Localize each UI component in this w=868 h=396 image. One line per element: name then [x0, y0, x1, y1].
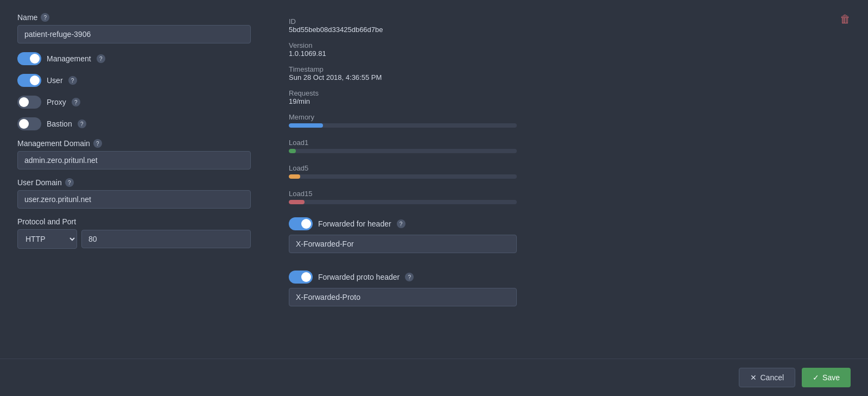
load15-label: Load15	[289, 190, 851, 198]
load15-field: Load15	[289, 185, 851, 209]
management-toggle[interactable]	[17, 52, 41, 65]
id-value: 5bd55beb08d33425db66d7be	[289, 26, 851, 34]
load5-label: Load5	[289, 164, 851, 172]
proxy-toggle-row: Proxy ?	[17, 96, 256, 109]
proxy-label: Proxy	[47, 98, 66, 106]
memory-bar-fill	[289, 123, 323, 128]
delete-icon[interactable]: 🗑	[840, 13, 851, 26]
requests-field: Requests 19/min	[289, 85, 851, 106]
forwarded-proto-section: Forwarded proto header ?	[289, 271, 851, 315]
bastion-help-icon[interactable]: ?	[78, 120, 86, 128]
load1-field: Load1	[289, 134, 851, 158]
forwarded-proto-help-icon[interactable]: ?	[405, 273, 414, 281]
user-help-icon[interactable]: ?	[68, 76, 77, 85]
memory-bar-container	[289, 123, 517, 128]
load1-bar-container	[289, 149, 517, 153]
forwarded-proto-toggle[interactable]	[289, 271, 313, 284]
version-label: Version	[289, 41, 851, 49]
load1-label: Load1	[289, 139, 851, 147]
load1-bar-fill	[289, 149, 296, 153]
management-label: Management	[47, 54, 91, 63]
timestamp-field: Timestamp Sun 28 Oct 2018, 4:36:55 PM	[289, 61, 851, 83]
load5-bar-fill	[289, 174, 300, 179]
name-field-group: Name ?	[17, 13, 256, 43]
user-domain-help-icon[interactable]: ?	[65, 178, 74, 187]
bastion-toggle-row: Bastion ?	[17, 117, 256, 130]
save-check-icon: ✓	[813, 373, 819, 382]
port-input[interactable]	[81, 230, 251, 248]
timestamp-label: Timestamp	[289, 65, 851, 73]
memory-label: Memory	[289, 113, 851, 121]
version-field: Version 1.0.1069.81	[289, 37, 851, 59]
forwarded-for-label: Forwarded for header	[318, 219, 391, 228]
save-label: Save	[822, 373, 840, 382]
user-toggle[interactable]	[17, 74, 41, 87]
proxy-help-icon[interactable]: ?	[72, 98, 80, 106]
management-domain-input[interactable]	[17, 151, 251, 169]
protocol-port-row: HTTP HTTPS	[17, 229, 251, 249]
right-panel: 🗑 ID 5bd55beb08d33425db66d7be Version 1.…	[289, 13, 851, 345]
forwarded-proto-input[interactable]	[289, 288, 517, 306]
name-label: Name ?	[17, 13, 256, 22]
id-label: ID	[289, 17, 851, 26]
protocol-port-field-group: Protocol and Port HTTP HTTPS	[17, 217, 256, 249]
forwarded-proto-label: Forwarded proto header	[318, 273, 400, 281]
load5-field: Load5	[289, 160, 851, 183]
bastion-label: Bastion	[47, 120, 72, 128]
management-domain-field-group: Management Domain ?	[17, 139, 256, 169]
requests-value: 19/min	[289, 97, 851, 105]
memory-field: Memory	[289, 109, 851, 132]
user-domain-input[interactable]	[17, 190, 251, 209]
user-domain-field-group: User Domain ?	[17, 178, 256, 209]
protocol-port-label: Protocol and Port	[17, 217, 256, 226]
management-domain-help-icon[interactable]: ?	[93, 139, 102, 148]
protocol-select[interactable]: HTTP HTTPS	[17, 229, 77, 249]
management-help-icon[interactable]: ?	[97, 54, 105, 63]
save-button[interactable]: ✓ Save	[802, 368, 851, 387]
management-toggle-row: Management ?	[17, 52, 256, 65]
timestamp-value: Sun 28 Oct 2018, 4:36:55 PM	[289, 73, 851, 81]
footer: ✕ Cancel ✓ Save	[0, 359, 868, 396]
cancel-button[interactable]: ✕ Cancel	[739, 368, 795, 387]
user-label: User	[47, 76, 63, 85]
forwarded-for-row: Forwarded for header ?	[289, 217, 851, 230]
load15-bar-fill	[289, 200, 305, 204]
bastion-toggle[interactable]	[17, 117, 41, 130]
name-input[interactable]	[17, 25, 251, 43]
id-field: ID 5bd55beb08d33425db66d7be	[289, 13, 851, 35]
forwarded-for-input[interactable]	[289, 235, 517, 253]
load15-bar-container	[289, 200, 517, 204]
cancel-x-icon: ✕	[750, 373, 757, 382]
name-help-icon[interactable]: ?	[41, 13, 49, 22]
cancel-label: Cancel	[760, 373, 784, 382]
forwarded-for-section: Forwarded for header ?	[289, 217, 851, 262]
user-toggle-row: User ?	[17, 74, 256, 87]
management-domain-label: Management Domain ?	[17, 139, 256, 148]
user-domain-label: User Domain ?	[17, 178, 256, 187]
version-value: 1.0.1069.81	[289, 49, 851, 58]
forwarded-for-help-icon[interactable]: ?	[397, 219, 406, 228]
forwarded-proto-row: Forwarded proto header ?	[289, 271, 851, 284]
requests-label: Requests	[289, 89, 851, 97]
forwarded-for-toggle[interactable]	[289, 217, 313, 230]
load5-bar-container	[289, 174, 517, 179]
left-panel: Name ? Management ? User ?	[17, 13, 256, 345]
proxy-toggle[interactable]	[17, 96, 41, 109]
